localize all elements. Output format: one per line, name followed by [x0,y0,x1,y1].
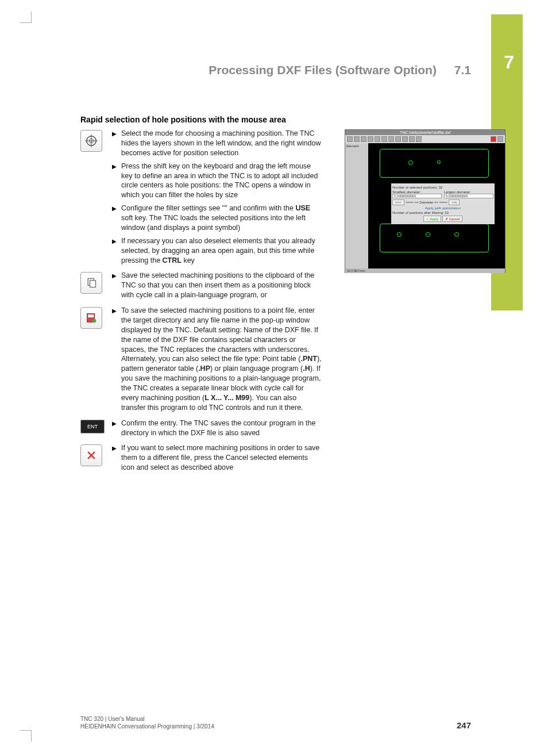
bullet-icon: ▶ [112,238,117,244]
tool-icon[interactable] [402,136,408,142]
tool-icon[interactable] [497,136,503,142]
bullet-icon: ▶ [112,445,117,451]
step-text: Select the mode for choosing a machining… [121,129,322,158]
footer: TNC 320 | User's Manual HEIDENHAIN Conve… [80,715,471,730]
bullet-icon: ▶ [112,131,117,137]
tool-icon[interactable] [368,136,373,142]
step-text: If you want to select more machining pos… [121,443,322,473]
ent-key-icon: ENT [80,420,105,433]
footer-text: TNC 320 | User's Manual HEIDENHAIN Conve… [80,715,214,730]
bullet-icon: ▶ [112,308,117,314]
page-number: 247 [457,720,471,730]
step-text: Press the shift key on the keyboard and … [121,162,322,201]
tool-icon[interactable] [361,136,366,142]
svg-rect-7 [88,314,94,317]
ss-toolbar [345,135,505,143]
page: 7 Processing DXF Files (Software Option)… [23,0,523,756]
tool-icon[interactable] [381,136,387,142]
svg-point-8 [92,319,97,323]
crosshair-icon [80,130,102,152]
filter-dialog: Number of selected positions: 32 Smalles… [391,183,495,224]
close-icon[interactable] [491,136,496,142]
bullet-icon: ▶ [112,420,117,427]
chapter-number: 7 [504,52,514,73]
clipboard-icon [80,272,102,294]
crop-mark [20,730,32,742]
step-text: Confirm the entry. The TNC saves the con… [121,419,322,438]
ss-titlebar: TNC:\dxfconverter\dxffile.dxf [345,130,505,135]
section-title: Rapid selection of hole positions with t… [80,115,322,124]
tool-icon[interactable] [388,136,394,142]
after-filter-label: Number of positions after filtering: 32 [392,211,493,214]
header-title: Processing DXF Files (Software Option) [209,63,437,76]
smallest-input[interactable]: 5.00000000000 [392,194,442,198]
tool-icon[interactable] [416,136,422,142]
range-right-button[interactable]: >>| [449,199,460,205]
range-input[interactable] [406,202,414,203]
tool-icon[interactable] [375,136,380,142]
tool-icon[interactable] [347,136,353,142]
apply-opt-checkbox[interactable]: Apply path optimization [392,206,493,210]
selected-positions: Number of selected positions: 32 [392,186,493,189]
tool-icon[interactable] [395,136,401,142]
step-text: If necessary you can also deselect eleme… [121,236,322,266]
ss-canvas[interactable]: Number of selected positions: 32 Smalles… [368,143,505,268]
save-file-icon [80,307,102,329]
range-left-button[interactable]: <<< [392,199,404,205]
screenshot: TNC:\dxfconverter\dxffile.dxf Element Nu… [345,129,505,273]
content: Rapid selection of hole positions with t… [80,115,322,478]
crop-mark [20,11,32,23]
header-section: 7.1 [454,63,471,76]
bullet-icon: ▶ [112,273,117,279]
ss-statusbar: 317/367mm [345,268,505,273]
apply-button[interactable]: ✓ Apply [423,216,441,222]
page-header: Processing DXF Files (Software Option) 7… [80,63,471,77]
bullet-icon: ▶ [112,163,117,170]
svg-rect-5 [90,281,96,287]
step-text: Configure the filter settings see "" and… [121,204,322,233]
ss-sidebar: Element [345,143,368,268]
cancel-button[interactable]: ✗ Cancel [442,216,462,222]
largest-input[interactable]: 5.00000000000 [444,194,493,198]
tool-icon[interactable] [409,136,415,142]
step-text: Save the selected machining positions to… [121,271,322,300]
bullet-icon: ▶ [112,205,117,212]
step-text: To save the selected machining positions… [121,306,322,413]
range-mid-label: <= Diameter => [415,201,439,204]
range-input[interactable] [439,202,447,203]
tool-icon[interactable] [354,136,360,142]
cancel-x-icon [80,444,102,466]
